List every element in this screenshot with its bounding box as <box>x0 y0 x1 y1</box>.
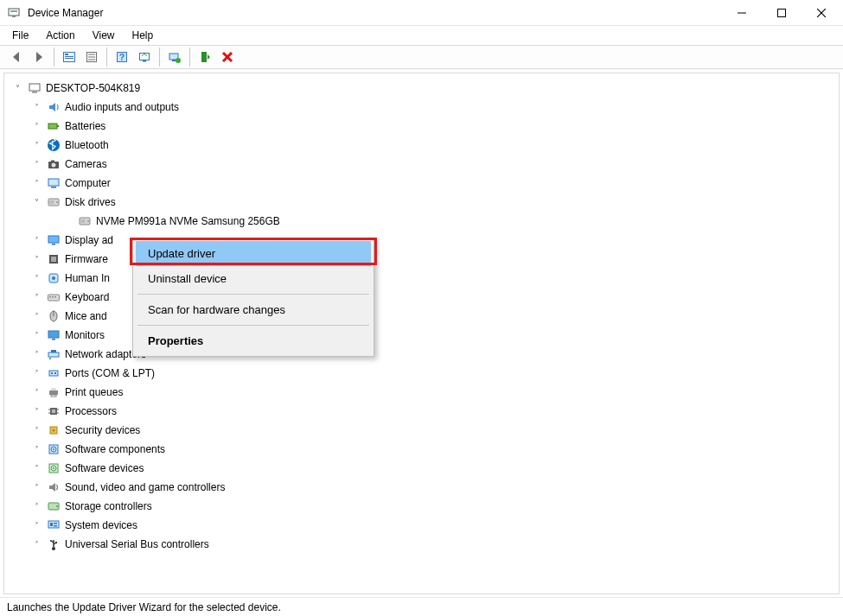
forward-button[interactable] <box>29 48 48 67</box>
tree-category[interactable]: ˃Universal Serial Bus controllers <box>8 535 835 554</box>
expander-icon[interactable]: ˃ <box>30 443 42 455</box>
tree-category-label: Sound, video and game controllers <box>65 481 225 493</box>
tree-category[interactable]: ˃System devices <box>8 516 835 535</box>
tree-category[interactable]: ˃Software components <box>8 440 835 459</box>
svg-rect-27 <box>48 124 57 129</box>
mouse-icon <box>46 308 61 324</box>
context-menu-item[interactable]: Update driver <box>136 241 371 266</box>
expander-icon[interactable]: ˃ <box>30 462 42 474</box>
properties-button[interactable] <box>82 48 101 67</box>
tree-category[interactable]: ˃Computer <box>8 174 835 193</box>
minimize-button[interactable] <box>722 0 762 26</box>
port-icon <box>46 365 61 381</box>
show-hidden-button[interactable] <box>60 48 79 67</box>
expander-icon[interactable]: ˃ <box>30 481 42 493</box>
tree-category-label: Print queues <box>65 386 123 398</box>
expander-icon[interactable]: ˃ <box>30 405 42 417</box>
context-menu-separator <box>137 325 369 326</box>
tree-category[interactable]: ˃Audio inputs and outputs <box>8 98 835 117</box>
expander-icon[interactable]: ˃ <box>30 367 42 379</box>
camera-icon <box>46 156 61 172</box>
expander-icon[interactable]: ˃ <box>30 139 42 151</box>
tree-category[interactable]: ˃Print queues <box>8 383 835 402</box>
tree-category-label: Security devices <box>65 424 140 436</box>
tree-category[interactable]: ˃Security devices <box>8 421 835 440</box>
context-menu-item[interactable]: Scan for hardware changes <box>136 297 371 322</box>
expander-icon[interactable]: ˃ <box>30 253 42 265</box>
battery-icon <box>46 118 61 134</box>
menu-view[interactable]: View <box>84 28 124 43</box>
context-menu-item[interactable]: Uninstall device <box>136 266 371 291</box>
tree-category[interactable]: ˅Disk drives <box>8 193 835 212</box>
security-icon <box>46 422 61 438</box>
expander-icon[interactable]: ˃ <box>30 519 42 531</box>
tree-category-label: Firmware <box>65 253 108 265</box>
storage-icon <box>46 499 61 514</box>
back-button[interactable] <box>7 48 26 67</box>
scan-hardware-button[interactable] <box>135 48 154 67</box>
context-menu-item[interactable]: Properties <box>136 328 371 353</box>
printer-icon <box>46 384 61 400</box>
tree-category-label: Storage controllers <box>65 500 152 512</box>
tree-category[interactable]: ˃Batteries <box>8 117 835 136</box>
tree-category-label: Software components <box>65 443 165 455</box>
uninstall-device-button[interactable] <box>218 48 237 67</box>
svg-rect-62 <box>51 388 56 391</box>
expander-icon[interactable]: ˃ <box>30 101 42 113</box>
tree-category[interactable]: ˃Bluetooth <box>8 136 835 155</box>
expander-icon[interactable]: ˅ <box>30 196 42 208</box>
tree-category[interactable]: ˃Sound, video and game controllers <box>8 478 835 497</box>
help-button[interactable]: ? <box>112 48 131 67</box>
audio-icon <box>46 99 61 115</box>
menu-action[interactable]: Action <box>37 28 83 43</box>
status-text: Launches the Update Driver Wizard for th… <box>7 601 281 613</box>
update-driver-button[interactable] <box>165 48 184 67</box>
svg-point-79 <box>56 505 58 507</box>
svg-rect-1 <box>10 10 17 12</box>
tree-category[interactable]: ˃Ports (COM & LPT) <box>8 364 835 383</box>
svg-rect-41 <box>48 236 59 243</box>
expander-icon[interactable]: ˅ <box>11 82 23 94</box>
maximize-button[interactable] <box>762 0 801 26</box>
expander-icon[interactable]: ˃ <box>30 348 42 360</box>
svg-rect-44 <box>51 257 56 262</box>
svg-rect-18 <box>143 60 146 62</box>
svg-rect-56 <box>51 350 56 352</box>
expander-icon[interactable]: ˃ <box>30 177 42 189</box>
expander-icon[interactable]: ˃ <box>30 158 42 170</box>
svg-rect-2 <box>12 16 16 17</box>
tree-device[interactable]: NVMe PM991a NVMe Samsung 256GB <box>8 212 835 231</box>
expander-icon[interactable]: ˃ <box>30 500 42 512</box>
expander-icon[interactable]: ˃ <box>30 424 42 436</box>
svg-rect-37 <box>50 200 54 204</box>
expander-icon[interactable]: ˃ <box>30 291 42 303</box>
tree-category[interactable]: ˃Cameras <box>8 155 835 174</box>
tree-category-label: Batteries <box>65 120 105 132</box>
expander-icon[interactable]: ˃ <box>30 538 42 550</box>
expander-icon[interactable]: ˃ <box>30 329 42 341</box>
svg-point-21 <box>176 58 181 63</box>
window-controls <box>722 0 841 26</box>
expander-icon[interactable]: ˃ <box>30 386 42 398</box>
tree-category-label: Software devices <box>65 462 144 474</box>
tree-category[interactable]: ˃Software devices <box>8 459 835 478</box>
svg-rect-20 <box>172 60 176 61</box>
expander-icon[interactable]: ˃ <box>30 272 42 284</box>
close-button[interactable] <box>801 0 841 26</box>
menu-file[interactable]: File <box>3 28 37 43</box>
tree-category[interactable]: ˃Storage controllers <box>8 497 835 516</box>
expander-icon[interactable]: ˃ <box>30 234 42 246</box>
enable-device-button[interactable] <box>195 48 214 67</box>
disk-icon <box>77 213 93 229</box>
keyboard-icon <box>46 289 61 305</box>
svg-rect-34 <box>51 187 56 188</box>
expander-icon[interactable]: ˃ <box>30 120 42 132</box>
device-tree[interactable]: ˅DESKTOP-504K819˃Audio inputs and output… <box>3 73 840 594</box>
tree-root[interactable]: ˅DESKTOP-504K819 <box>8 79 835 98</box>
menu-help[interactable]: Help <box>124 28 163 43</box>
tree-root-label: DESKTOP-504K819 <box>46 82 140 94</box>
computer-icon <box>46 175 61 191</box>
expander-icon[interactable]: ˃ <box>30 310 42 322</box>
tree-category[interactable]: ˃Processors <box>8 402 835 421</box>
computer-icon <box>27 80 42 96</box>
